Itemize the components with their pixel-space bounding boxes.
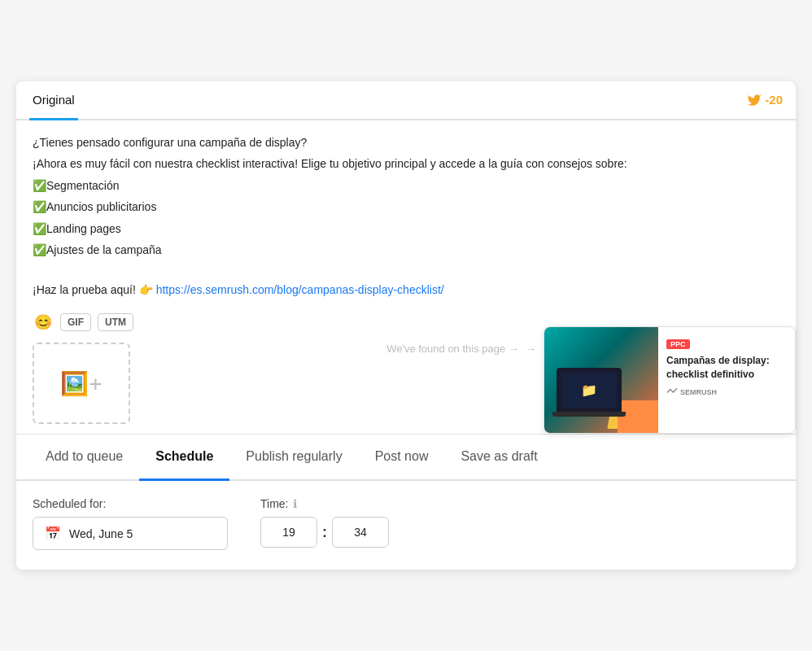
date-input[interactable]: 📅 Wed, June 5 — [33, 517, 228, 550]
laptop-screen: 📁 — [561, 373, 617, 408]
page-found-text: We've found on this page → — [386, 343, 519, 355]
folder-decorative: 📁 — [581, 382, 597, 398]
time-label: Time: — [260, 497, 288, 510]
content-area: ¿Tienes pensado configurar una campaña d… — [16, 120, 796, 435]
cta-link[interactable]: https://es.semrush.com/blog/campanas-dis… — [156, 283, 444, 296]
time-hour-input[interactable]: 19 — [260, 517, 317, 548]
arrow-right-icon: → — [526, 343, 536, 355]
semrush-logo: SEMRUSH — [666, 388, 787, 396]
twitter-icon — [747, 93, 762, 107]
action-tabs: Add to queue Schedule Publish regularly … — [16, 435, 796, 481]
time-row: 19 : 34 — [260, 517, 389, 548]
link-preview-card[interactable]: 📁 PPC Campañas de display: checklist def… — [544, 326, 796, 434]
post-line2: ¡Ahora es muy fácil con nuestra checklis… — [33, 155, 779, 173]
original-tab[interactable]: Original — [29, 81, 78, 120]
post-item3: ✅Landing pages — [33, 220, 779, 238]
tab-schedule[interactable]: Schedule — [139, 435, 229, 481]
post-item1: ✅Segmentación — [33, 177, 779, 194]
post-item4: ✅Ajustes de la campaña — [33, 241, 779, 259]
tab-publish-regularly[interactable]: Publish regularly — [229, 435, 358, 481]
ppc-badge: PPC — [666, 339, 690, 349]
twitter-count: -20 — [765, 93, 783, 107]
decorative-shape-orange — [618, 400, 658, 433]
link-preview-image: 📁 — [544, 327, 658, 433]
date-field-group: Scheduled for: 📅 Wed, June 5 — [33, 497, 228, 550]
add-media-icon: 🖼️+ — [60, 370, 102, 397]
time-label-row: Time: ℹ — [260, 497, 389, 510]
link-preview-image-inner: 📁 — [544, 327, 658, 433]
main-card: Original -20 ¿Tienes pensado configurar … — [16, 81, 796, 570]
post-cta: ¡Haz la prueba aquí! 👉 https://es.semrus… — [33, 281, 779, 299]
time-field-group: Time: ℹ 19 : 34 — [260, 497, 389, 548]
date-label: Scheduled for: — [33, 497, 228, 510]
calendar-icon: 📅 — [45, 526, 61, 541]
semrush-brand-text: SEMRUSH — [680, 388, 717, 396]
gif-button[interactable]: GIF — [60, 313, 91, 331]
tab-bar-left: Original — [29, 81, 747, 119]
media-upload-box[interactable]: 🖼️+ — [33, 343, 130, 424]
tab-add-to-queue[interactable]: Add to queue — [29, 435, 139, 481]
schedule-row: Scheduled for: 📅 Wed, June 5 Time: ℹ 19 … — [33, 497, 779, 550]
tab-save-as-draft[interactable]: Save as draft — [444, 435, 553, 481]
twitter-count-badge: -20 — [747, 93, 783, 107]
post-text: ¿Tienes pensado configurar una campaña d… — [33, 133, 779, 299]
tab-post-now[interactable]: Post now — [359, 435, 445, 481]
emoji-button[interactable]: 😊 — [33, 312, 54, 333]
utm-button[interactable]: UTM — [98, 313, 133, 331]
post-item2: ✅Anuncios publicitarios — [33, 198, 779, 216]
link-preview-title: Campañas de display: checklist definitiv… — [666, 354, 787, 382]
semrush-logo-icon — [666, 388, 678, 396]
time-colon: : — [322, 524, 327, 541]
date-value: Wed, June 5 — [69, 527, 133, 540]
top-tab-bar: Original -20 — [16, 81, 796, 120]
post-line1: ¿Tienes pensado configurar una campaña d… — [33, 133, 779, 151]
time-minute-input[interactable]: 34 — [332, 517, 389, 548]
laptop-base — [552, 412, 626, 417]
laptop-body: 📁 — [557, 368, 622, 413]
schedule-section: Scheduled for: 📅 Wed, June 5 Time: ℹ 19 … — [16, 481, 796, 570]
cta-prefix: ¡Haz la prueba aquí! 👉 — [33, 283, 153, 296]
link-preview-content: PPC Campañas de display: checklist defin… — [658, 327, 795, 433]
info-icon[interactable]: ℹ — [293, 497, 297, 510]
